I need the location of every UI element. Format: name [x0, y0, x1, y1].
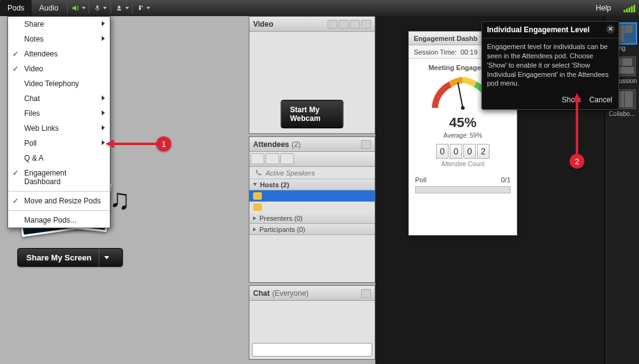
menu-engagement-dashboard[interactable]: ✓Engagement Dashboard [8, 166, 110, 189]
menu-attendees[interactable]: ✓Attendees [8, 47, 110, 61]
submenu-arrow-icon [102, 21, 105, 26]
svg-point-3 [139, 6, 141, 7]
menu-notes[interactable]: Notes [8, 32, 110, 47]
pods-menu-dropdown: Share Notes ✓Attendees ✓Video Video Tele… [7, 16, 110, 228]
connection-signal-icon [623, 4, 635, 12]
raise-hand-icon[interactable] [135, 1, 152, 15]
pod-menu-icon[interactable] [361, 140, 371, 149]
menu-audio[interactable]: Audio [32, 0, 66, 16]
check-icon: ✓ [12, 50, 19, 58]
menu-video[interactable]: ✓Video [8, 61, 110, 76]
music-note-icon: ♫ [109, 182, 131, 216]
host-icon [253, 192, 262, 200]
share-my-screen-button[interactable]: Share My Screen [17, 248, 123, 267]
menu-manage-pods[interactable]: Manage Pods... [8, 213, 110, 228]
video-pod-title: Video [253, 20, 273, 29]
tooltip-title: Individual Engagement Level ✕ [482, 22, 619, 38]
pod-control-icon[interactable] [328, 20, 337, 29]
attendee-counter: 0002 [409, 144, 517, 159]
engagement-tooltip: Individual Engagement Level ✕ Engagement… [481, 21, 619, 110]
chat-scope: (Everyone) [272, 289, 309, 298]
video-pod-header[interactable]: Video [249, 17, 375, 32]
attendees-pod: Attendees (2) Active Speakers Hosts (2) … [249, 136, 375, 283]
attendees-view-icon[interactable] [280, 153, 294, 164]
menu-weblinks[interactable]: Web Links [8, 121, 110, 136]
host-icon [253, 203, 262, 211]
engagement-average: Average: 59% [409, 132, 517, 139]
menu-divider [67, 2, 68, 14]
phone-icon [254, 169, 262, 177]
menu-qa[interactable]: Q & A [8, 151, 110, 166]
menu-divider [110, 2, 111, 14]
menu-divider [89, 2, 89, 14]
svg-rect-4 [139, 7, 141, 11]
menu-pods[interactable]: Pods [0, 0, 32, 16]
annotation-callout-1: 1 [156, 136, 171, 151]
menu-files[interactable]: Files [8, 106, 110, 121]
engagement-percent: 45% [409, 115, 517, 131]
svg-rect-2 [117, 9, 121, 11]
start-webcam-button[interactable]: Start My Webcam [281, 100, 344, 128]
chat-pod: Chat (Everyone) [249, 285, 375, 360]
svg-marker-10 [573, 93, 581, 102]
svg-point-6 [461, 106, 465, 110]
menu-move-resize[interactable]: ✓Move and Resize Pods [8, 193, 110, 208]
chat-input[interactable] [252, 343, 372, 357]
attendees-count: (2) [292, 140, 301, 149]
menu-help[interactable]: Help [588, 0, 619, 16]
pod-control-icon[interactable] [350, 20, 360, 29]
attendee-row[interactable] [249, 202, 375, 213]
close-icon[interactable]: ✕ [606, 25, 615, 33]
attendee-row[interactable] [249, 190, 375, 202]
pod-control-icon[interactable] [339, 20, 349, 29]
hosts-section[interactable]: Hosts (2) [249, 179, 375, 190]
menu-divider [132, 2, 133, 14]
mic-icon[interactable] [91, 1, 109, 15]
attendees-view-icon[interactable] [251, 153, 264, 164]
menubar: Pods Audio Help [0, 0, 639, 16]
webcam-icon[interactable] [113, 1, 130, 15]
participants-section[interactable]: Participants (0) [249, 224, 375, 235]
menu-share[interactable]: Share [8, 17, 110, 32]
svg-point-1 [117, 6, 120, 9]
menu-poll[interactable]: Poll [8, 136, 110, 151]
share-button-caret[interactable] [99, 248, 114, 267]
svg-line-5 [458, 82, 463, 108]
attendees-pod-header[interactable]: Attendees (2) [249, 137, 375, 152]
attendees-title: Attendees [253, 140, 289, 149]
attendees-toolbar [249, 152, 375, 167]
poll-row: Poll0/1 [409, 170, 517, 186]
svg-rect-0 [96, 6, 98, 9]
chat-title: Chat [253, 289, 270, 298]
video-pod: Video Start My Webcam [249, 16, 375, 134]
pod-menu-icon[interactable] [361, 20, 371, 29]
layout-label: Collabo... [605, 110, 639, 117]
presenters-section[interactable]: Presenters (0) [249, 213, 375, 224]
tooltip-cancel-button[interactable]: Cancel [589, 95, 612, 104]
menu-video-telephony[interactable]: Video Telephony [8, 76, 110, 91]
speaker-icon[interactable] [69, 1, 87, 15]
poll-progress-bar [415, 186, 511, 193]
svg-marker-8 [105, 140, 114, 148]
active-speakers-row: Active Speakers [249, 167, 375, 179]
annotation-callout-2: 2 [570, 154, 584, 169]
annotation-arrow-icon [571, 93, 583, 155]
chat-pod-header[interactable]: Chat (Everyone) [249, 286, 375, 301]
attendees-view-icon[interactable] [266, 153, 279, 164]
pod-menu-icon[interactable] [361, 289, 371, 298]
tooltip-body: Engagement level for individuals can be … [482, 38, 619, 93]
annotation-arrow-icon [105, 138, 161, 150]
counter-label: Attendee Count [409, 161, 517, 167]
share-button-label: Share My Screen [27, 253, 92, 262]
menu-chat[interactable]: Chat [8, 91, 110, 106]
